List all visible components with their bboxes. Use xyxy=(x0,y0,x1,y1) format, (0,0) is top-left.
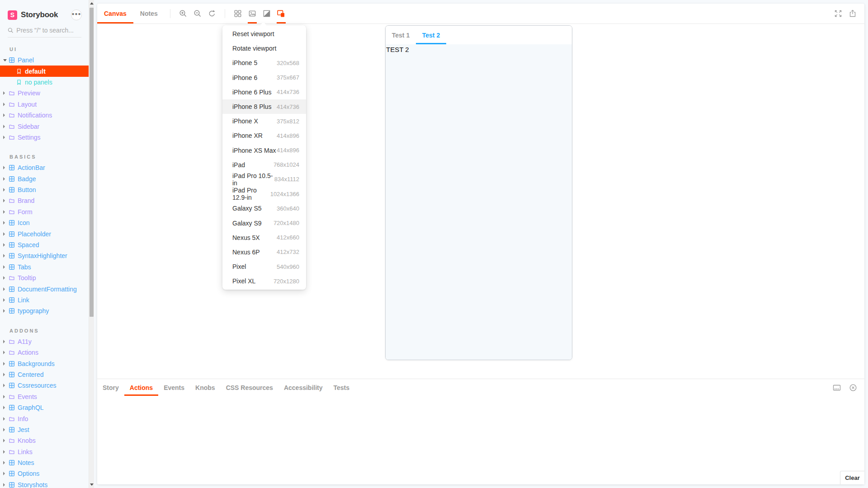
caret-icon xyxy=(3,298,9,302)
viewport-menu-item[interactable]: iPhone 6 375x667 xyxy=(222,70,306,85)
viewport-menu-item[interactable]: Galaxy S9 720x1480 xyxy=(222,216,306,230)
sidebar-item[interactable]: Tooltip xyxy=(0,272,89,283)
viewport-menu-item[interactable]: Rotate viewport xyxy=(222,41,306,56)
component-grid-button[interactable] xyxy=(231,4,245,23)
sidebar-item[interactable]: Storyshots xyxy=(0,479,89,488)
sidebar-item[interactable]: Options xyxy=(0,468,89,479)
panel-tab[interactable]: Tests xyxy=(328,379,355,396)
sidebar-item[interactable]: Events xyxy=(0,391,89,402)
contrast-button[interactable] xyxy=(259,4,274,23)
sidebar-item[interactable]: Tabs xyxy=(0,262,89,272)
sidebar-item[interactable]: Button xyxy=(0,184,89,195)
sidebar-item[interactable]: Panel xyxy=(0,55,89,66)
sidebar-item[interactable]: Notes xyxy=(0,457,89,468)
sidebar-item[interactable]: Centered xyxy=(0,369,89,380)
panel-tab[interactable]: Events xyxy=(158,379,190,396)
preview-tab[interactable]: Test 2 xyxy=(416,26,446,44)
sidebar-item[interactable]: Preview xyxy=(0,88,89,99)
sidebar-item[interactable]: Settings xyxy=(0,132,89,143)
viewport-menu-item[interactable]: iPhone XR 414x896 xyxy=(222,128,306,143)
sidebar-scrollbar[interactable] xyxy=(89,0,94,488)
viewport-menu-item[interactable]: Reset viewport xyxy=(222,27,306,41)
clear-button[interactable]: Clear xyxy=(840,471,864,484)
caret-icon xyxy=(3,91,9,95)
sidebar-item[interactable]: Placeholder xyxy=(0,228,89,239)
sidebar-item[interactable]: Backgrounds xyxy=(0,358,89,369)
viewport-name: iPad Pro 10.5-in xyxy=(232,172,274,187)
panel-tab[interactable]: CSS Resources xyxy=(221,379,278,396)
scroll-down-icon[interactable] xyxy=(90,483,94,486)
caret-icon xyxy=(3,221,9,225)
viewport-menu-item[interactable]: iPhone X 375x812 xyxy=(222,114,306,128)
sidebar-item[interactable]: Actions xyxy=(0,347,89,358)
sidebar-item[interactable]: Brand xyxy=(0,195,89,206)
search-input[interactable] xyxy=(16,27,81,34)
toolbar-tab[interactable]: Canvas xyxy=(97,4,133,23)
sidebar-item[interactable]: Icon xyxy=(0,217,89,228)
sidebar-item[interactable]: Form xyxy=(0,206,89,217)
sidebar-item[interactable]: ActionBar xyxy=(0,162,89,173)
sidebar-item[interactable]: Links xyxy=(0,446,89,457)
viewport-name: Galaxy S5 xyxy=(232,205,262,212)
backgrounds-button[interactable] xyxy=(245,4,259,23)
viewport-menu-item[interactable]: iPhone XS Max 414x896 xyxy=(222,143,306,158)
panel-tab[interactable]: Actions xyxy=(124,379,158,396)
sidebar-item-label: Knobs xyxy=(18,437,36,444)
viewport-menu-item[interactable]: Nexus 5X 412x660 xyxy=(222,230,306,245)
viewport-menu-item[interactable]: Nexus 6P 412x732 xyxy=(222,245,306,259)
sidebar-item[interactable]: Spaced xyxy=(0,239,89,250)
viewport-menu-item[interactable]: Pixel XL 720x1280 xyxy=(222,274,306,288)
sidebar-item-label: Notes xyxy=(18,459,34,466)
component-icon xyxy=(9,297,14,303)
scrollbar-thumb[interactable] xyxy=(90,8,94,317)
viewport-menu-item[interactable]: Galaxy S5 360x640 xyxy=(222,201,306,216)
sidebar-item[interactable]: DocumentFormatting xyxy=(0,283,89,294)
panel-tab[interactable]: Knobs xyxy=(190,379,221,396)
preview-tab-label: Test 1 xyxy=(392,32,410,39)
component-icon xyxy=(9,176,14,182)
viewport-menu: Reset viewport Rotate viewport iPhone 5 … xyxy=(222,25,306,290)
sidebar-item[interactable]: Info xyxy=(0,413,89,424)
sidebar-item[interactable]: typography xyxy=(0,305,89,316)
sidebar-item[interactable]: default xyxy=(0,66,89,76)
sidebar-item[interactable]: Notifications xyxy=(0,110,89,121)
viewport-size: 720x1480 xyxy=(274,220,299,226)
sidebar-item-label: Button xyxy=(18,186,36,193)
viewport-menu-item[interactable]: iPhone 8 Plus 414x736 xyxy=(222,99,306,114)
toolbar-tab[interactable]: Notes xyxy=(133,4,165,23)
sidebar-item[interactable]: A11y xyxy=(0,336,89,347)
viewport-menu-item[interactable]: iPad Pro 10.5-in 834x1112 xyxy=(222,172,306,187)
sidebar-item[interactable]: Cssresources xyxy=(0,380,89,391)
sidebar-item[interactable]: Layout xyxy=(0,99,89,110)
sidebar-item[interactable]: no panels xyxy=(0,77,89,88)
preview-tab[interactable]: Test 1 xyxy=(386,26,416,44)
viewport-menu-item[interactable]: Pixel 540x960 xyxy=(222,259,306,274)
zoom-reset-button[interactable] xyxy=(205,4,219,23)
zoom-in-button[interactable] xyxy=(176,4,190,23)
viewport-menu-item[interactable]: iPhone 6 Plus 414x736 xyxy=(222,85,306,99)
viewport-size: 375x812 xyxy=(277,118,299,125)
sidebar-item[interactable]: Sidebar xyxy=(0,121,89,131)
change-panel-position-button[interactable] xyxy=(831,382,843,394)
sidebar-item[interactable]: Link xyxy=(0,295,89,305)
sidebar-item[interactable]: Badge xyxy=(0,174,89,184)
viewport-name: Galaxy S9 xyxy=(232,220,262,227)
viewport-menu-item[interactable]: iPad Pro 12.9-in 1024x1366 xyxy=(222,187,306,201)
caret-icon xyxy=(3,276,9,280)
shortcuts-menu-button[interactable]: ●●● xyxy=(71,9,82,20)
fullscreen-button[interactable] xyxy=(831,4,845,23)
sidebar-item[interactable]: GraphQL xyxy=(0,402,89,413)
viewport-menu-item[interactable]: iPhone 5 320x568 xyxy=(222,56,306,70)
panel-tab[interactable]: Story xyxy=(97,379,124,396)
sidebar-item[interactable]: Knobs xyxy=(0,435,89,446)
close-panel-button[interactable] xyxy=(847,382,859,394)
viewport-name: iPhone XS Max xyxy=(232,147,276,154)
scroll-up-icon[interactable] xyxy=(90,2,94,5)
share-button[interactable] xyxy=(845,4,860,23)
sidebar-item[interactable]: SyntaxHighlighter xyxy=(0,250,89,261)
viewport-menu-item[interactable]: iPad 768x1024 xyxy=(222,158,306,172)
viewport-button[interactable] xyxy=(274,4,288,23)
sidebar-item[interactable]: Jest xyxy=(0,424,89,435)
zoom-out-button[interactable] xyxy=(190,4,205,23)
panel-tab[interactable]: Accessibility xyxy=(278,379,328,396)
